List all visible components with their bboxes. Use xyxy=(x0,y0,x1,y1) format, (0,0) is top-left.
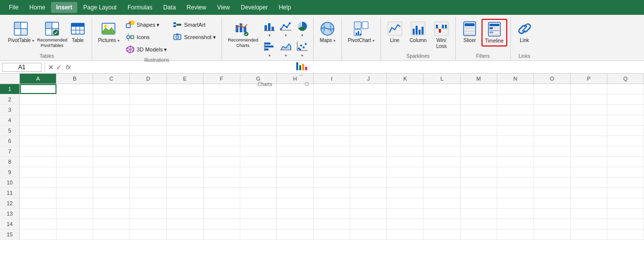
row-number-6[interactable]: 6 xyxy=(0,136,20,146)
cell-C10[interactable] xyxy=(93,178,130,187)
cell-O10[interactable] xyxy=(534,178,571,187)
cell-P7[interactable] xyxy=(571,146,607,156)
cell-G6[interactable] xyxy=(240,136,277,146)
cell-G12[interactable] xyxy=(240,198,277,208)
screenshot-button[interactable]: Screenshot ▾ xyxy=(170,31,218,43)
cell-K3[interactable] xyxy=(387,105,424,115)
cell-J7[interactable] xyxy=(350,146,387,156)
cell-B2[interactable] xyxy=(56,94,93,104)
row-number-14[interactable]: 14 xyxy=(0,219,20,229)
cell-K12[interactable] xyxy=(387,198,424,208)
cell-P15[interactable] xyxy=(571,229,607,239)
cell-H15[interactable] xyxy=(277,229,314,239)
cell-N14[interactable] xyxy=(497,219,534,229)
cell-D4[interactable] xyxy=(130,115,166,125)
cell-F12[interactable] xyxy=(204,198,240,208)
cell-G15[interactable] xyxy=(240,229,277,239)
cell-L14[interactable] xyxy=(424,219,460,229)
cell-C12[interactable] xyxy=(93,198,130,208)
cell-H2[interactable] xyxy=(277,94,314,104)
cell-N10[interactable] xyxy=(497,178,534,187)
cell-P2[interactable] xyxy=(571,94,607,104)
cell-H13[interactable] xyxy=(277,209,314,219)
cell-C15[interactable] xyxy=(93,229,130,239)
col-header-E[interactable]: E xyxy=(167,74,204,84)
cell-B12[interactable] xyxy=(56,198,93,208)
menu-help[interactable]: Help xyxy=(274,2,296,13)
cell-L4[interactable] xyxy=(424,115,460,125)
confirm-formula-icon[interactable]: ✓ xyxy=(56,63,62,71)
cell-A5[interactable] xyxy=(20,126,56,136)
maps-button[interactable]: Maps ▾ xyxy=(317,19,338,45)
timeline-button[interactable]: Timeline xyxy=(482,19,507,46)
cell-M11[interactable] xyxy=(461,188,497,198)
cell-D3[interactable] xyxy=(130,105,166,115)
smartart-button[interactable]: SmartArt xyxy=(170,19,218,31)
cell-M15[interactable] xyxy=(461,229,497,239)
cell-G5[interactable] xyxy=(240,126,277,136)
cancel-formula-icon[interactable]: ✕ xyxy=(48,63,54,71)
col-header-K[interactable]: K xyxy=(387,74,424,84)
cell-B10[interactable] xyxy=(56,178,93,187)
cell-D8[interactable] xyxy=(130,157,166,167)
cell-H3[interactable] xyxy=(277,105,314,115)
cell-B13[interactable] xyxy=(56,209,93,219)
cell-B11[interactable] xyxy=(56,188,93,198)
row-number-11[interactable]: 11 xyxy=(0,188,20,198)
cell-G2[interactable] xyxy=(240,94,277,104)
cell-B14[interactable] xyxy=(56,219,93,229)
cell-I12[interactable] xyxy=(314,198,350,208)
recommended-charts-button[interactable]: ✓ RecommendedCharts xyxy=(225,19,261,50)
cell-K2[interactable] xyxy=(387,94,424,104)
cell-N5[interactable] xyxy=(497,126,534,136)
pictures-button[interactable]: Pictures ▾ xyxy=(95,19,122,45)
recommended-pivot-button[interactable]: ✓ Recommended PivotTables xyxy=(38,19,66,50)
cell-H12[interactable] xyxy=(277,198,314,208)
cell-M6[interactable] xyxy=(461,136,497,146)
cell-H9[interactable] xyxy=(277,167,314,177)
cell-C6[interactable] xyxy=(93,136,130,146)
cell-J3[interactable] xyxy=(350,105,387,115)
pie-chart-button[interactable]: ▾ xyxy=(294,20,310,40)
cell-I9[interactable] xyxy=(314,167,350,177)
cell-K1[interactable] xyxy=(387,84,424,94)
cell-P3[interactable] xyxy=(571,105,607,115)
cell-A2[interactable] xyxy=(20,94,56,104)
cell-D15[interactable] xyxy=(130,229,166,239)
cell-O4[interactable] xyxy=(534,115,571,125)
row-number-4[interactable]: 4 xyxy=(0,115,20,125)
cell-Q10[interactable] xyxy=(607,178,644,187)
cell-F10[interactable] xyxy=(204,178,240,187)
cell-G11[interactable] xyxy=(240,188,277,198)
col-header-D[interactable]: D xyxy=(130,74,166,84)
menu-developer[interactable]: Developer xyxy=(236,2,273,13)
cell-I7[interactable] xyxy=(314,146,350,156)
cell-A6[interactable] xyxy=(20,136,56,146)
cell-P6[interactable] xyxy=(571,136,607,146)
cell-I4[interactable] xyxy=(314,115,350,125)
menu-page-layout[interactable]: Page Layout xyxy=(78,2,121,13)
cell-M7[interactable] xyxy=(461,146,497,156)
cell-M10[interactable] xyxy=(461,178,497,187)
win-loss-button[interactable]: Win/Loss xyxy=(430,19,452,51)
cell-K7[interactable] xyxy=(387,146,424,156)
cell-G13[interactable] xyxy=(240,209,277,219)
cell-N11[interactable] xyxy=(497,188,534,198)
name-box[interactable] xyxy=(2,63,42,72)
cell-E6[interactable] xyxy=(167,136,204,146)
cell-A8[interactable] xyxy=(20,157,56,167)
cell-I14[interactable] xyxy=(314,219,350,229)
cell-N4[interactable] xyxy=(497,115,534,125)
cell-F5[interactable] xyxy=(204,126,240,136)
cell-K6[interactable] xyxy=(387,136,424,146)
cell-N2[interactable] xyxy=(497,94,534,104)
row-number-12[interactable]: 12 xyxy=(0,198,20,208)
cell-G3[interactable] xyxy=(240,105,277,115)
cell-F6[interactable] xyxy=(204,136,240,146)
cell-P14[interactable] xyxy=(571,219,607,229)
cell-G4[interactable] xyxy=(240,115,277,125)
cell-L12[interactable] xyxy=(424,198,460,208)
cell-E10[interactable] xyxy=(167,178,204,187)
line-chart-button[interactable]: ▾ xyxy=(278,20,294,40)
cell-L2[interactable] xyxy=(424,94,460,104)
